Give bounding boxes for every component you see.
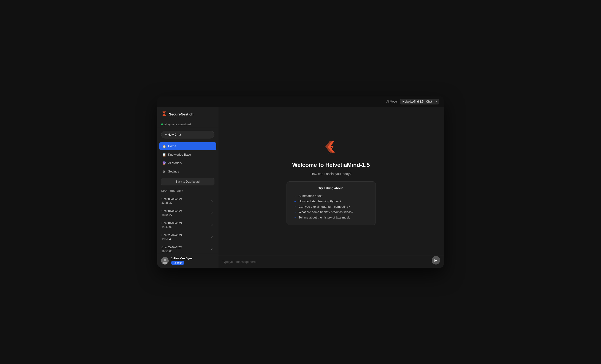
arrow-icon: → xyxy=(293,205,296,208)
nav-items: 🏠 Home 📋 Knowledge Base 🔮 AI Models ⚙ Se… xyxy=(157,141,218,177)
list-item[interactable]: Chat 01/08/202414:43:00 ✕ xyxy=(159,219,216,231)
suggestion-item[interactable]: → Tell me about the history of jazz musi… xyxy=(293,215,369,220)
suggestion-text: Can you explain quantum computing? xyxy=(299,205,350,208)
new-chat-button[interactable]: + New Chat xyxy=(161,131,214,138)
suggestion-text: What are some healthy breakfast ideas? xyxy=(299,210,353,214)
suggestion-item[interactable]: → Can you explain quantum computing? xyxy=(293,204,369,209)
ai-models-icon: 🔮 xyxy=(162,161,166,165)
close-icon[interactable]: ✕ xyxy=(209,247,214,252)
status-text: All systems operational xyxy=(164,123,191,126)
arrow-icon: → xyxy=(293,210,296,214)
chat-item-text: Chat 29/07/202419:56:49 xyxy=(161,233,182,241)
user-name: Julian Van Dyne xyxy=(171,257,214,260)
avatar xyxy=(161,257,169,265)
suggestion-text: Summarize a text xyxy=(299,194,322,198)
chat-history-section: Chat History xyxy=(157,186,218,195)
knowledge-base-icon: 📋 xyxy=(162,153,166,157)
chat-item-text: Chat 01/08/202418:54:27 xyxy=(161,209,182,217)
suggestion-text: Tell me about the history of jazz music xyxy=(299,216,351,219)
suggestions-box: Try asking about: → Summarize a text → H… xyxy=(287,181,376,225)
logo-icon xyxy=(161,110,167,118)
send-button[interactable]: ▶ xyxy=(432,256,440,265)
suggestions-title: Try asking about: xyxy=(293,186,369,190)
chat-area: Welcome to HelvetiaMind-1.5 How can I as… xyxy=(218,107,444,268)
sidebar: SecureNest.ch All systems operational + … xyxy=(157,107,218,268)
welcome-title: Welcome to HelvetiaMind-1.5 xyxy=(292,162,370,168)
list-item[interactable]: Chat 01/08/202418:54:27 ✕ xyxy=(159,207,216,219)
input-area: ▶ xyxy=(218,256,444,268)
suggestion-text: How do I start learning Python? xyxy=(299,199,341,203)
ai-model-select[interactable]: HelvetiaMind-1.5 - Chat HelvetiaMind-2.0 xyxy=(400,99,439,104)
logout-button[interactable]: Logout xyxy=(171,261,185,265)
sidebar-item-knowledge-base-label: Knowledge Base xyxy=(168,153,191,156)
suggestion-item[interactable]: → What are some healthy breakfast ideas? xyxy=(293,209,369,215)
main-area: SecureNest.ch All systems operational + … xyxy=(157,107,444,268)
message-input[interactable] xyxy=(222,259,440,265)
chat-content: Welcome to HelvetiaMind-1.5 How can I as… xyxy=(218,107,444,256)
logo-text: SecureNest.ch xyxy=(169,112,193,116)
sidebar-item-home[interactable]: 🏠 Home xyxy=(159,142,216,150)
settings-icon: ⚙ xyxy=(162,170,166,173)
brand-logo xyxy=(322,137,341,156)
list-item[interactable]: Chat 29/07/202419:56:49 ✕ xyxy=(159,231,216,243)
list-item[interactable]: Chat 29/07/202419:55:03 ✕ xyxy=(159,244,216,254)
sidebar-item-settings[interactable]: ⚙ Settings xyxy=(159,167,216,176)
close-icon[interactable]: ✕ xyxy=(209,211,214,216)
home-icon: 🏠 xyxy=(162,144,166,148)
close-icon[interactable]: ✕ xyxy=(209,198,214,203)
chat-item-text: Chat 03/08/202423:35:32 xyxy=(161,197,182,205)
close-icon[interactable]: ✕ xyxy=(209,235,214,240)
sidebar-item-ai-models[interactable]: 🔮 AI Models xyxy=(159,159,216,167)
sidebar-footer: Julian Van Dyne Logout xyxy=(157,254,218,268)
suggestion-item[interactable]: → How do I start learning Python? xyxy=(293,198,369,204)
status-bar: All systems operational xyxy=(157,121,218,128)
sidebar-header: SecureNest.ch xyxy=(157,107,218,121)
status-dot xyxy=(161,123,163,125)
svg-point-1 xyxy=(164,259,166,261)
chat-item-text: Chat 01/08/202414:43:00 xyxy=(161,221,182,229)
top-bar: AI Model HelvetiaMind-1.5 - Chat Helveti… xyxy=(157,97,444,107)
welcome-subtitle: How can I assist you today? xyxy=(311,172,351,176)
chat-history-title: Chat History xyxy=(161,189,214,192)
close-icon[interactable]: ✕ xyxy=(209,223,214,227)
arrow-icon: → xyxy=(293,199,296,203)
ai-model-select-wrapper[interactable]: HelvetiaMind-1.5 - Chat HelvetiaMind-2.0 xyxy=(400,99,439,104)
svg-point-2 xyxy=(163,262,167,265)
list-item[interactable]: Chat 03/08/202423:35:32 ✕ xyxy=(159,195,216,207)
sidebar-item-settings-label: Settings xyxy=(168,170,179,173)
sidebar-item-ai-models-label: AI Models xyxy=(168,161,182,165)
back-to-dashboard-button[interactable]: Back to Dashboard xyxy=(161,178,214,185)
sidebar-item-home-label: Home xyxy=(168,144,176,148)
chat-list: Chat 03/08/202423:35:32 ✕ Chat 01/08/202… xyxy=(157,195,218,254)
arrow-icon: → xyxy=(293,194,296,198)
chat-item-text: Chat 29/07/202419:55:03 xyxy=(161,246,182,254)
ai-model-label: AI Model xyxy=(386,100,397,103)
sidebar-item-knowledge-base[interactable]: 📋 Knowledge Base xyxy=(159,151,216,159)
arrow-icon: → xyxy=(293,216,296,219)
suggestion-item[interactable]: → Summarize a text xyxy=(293,193,369,198)
user-info: Julian Van Dyne Logout xyxy=(171,257,214,265)
